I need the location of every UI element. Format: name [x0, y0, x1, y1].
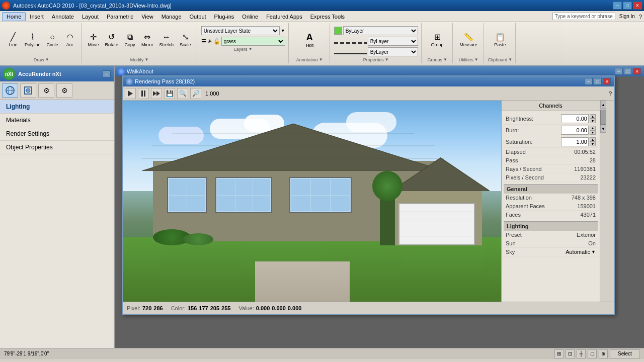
- menu-featured-apps[interactable]: Featured Apps: [262, 13, 306, 21]
- render-help-button[interactable]: ?: [609, 90, 612, 97]
- layers-group-label[interactable]: Layers: [234, 47, 248, 52]
- draw-group-label[interactable]: Draw: [34, 57, 44, 62]
- menu-layout[interactable]: Layout: [78, 13, 103, 21]
- walkabout-minimize[interactable]: ─: [615, 68, 623, 75]
- burn-input[interactable]: [561, 126, 589, 135]
- nav-materials[interactable]: Materials: [0, 114, 114, 127]
- group-button[interactable]: ⊞ Group: [429, 32, 446, 49]
- modify-copy-button[interactable]: ⧉ Copy: [122, 32, 138, 49]
- saturation-up[interactable]: ▲: [590, 137, 596, 142]
- status-snap-icon[interactable]: ⊡: [566, 349, 575, 358]
- burn-down[interactable]: ▼: [590, 130, 596, 135]
- menu-express-tools[interactable]: Express Tools: [306, 13, 349, 21]
- render-zoom-in-button[interactable]: 🔍: [177, 88, 188, 99]
- modify-group-label[interactable]: Modify: [130, 57, 144, 62]
- status-osnap-icon[interactable]: ⊕: [599, 349, 608, 358]
- render-close[interactable]: ✕: [603, 78, 611, 85]
- properties-group-label[interactable]: Properties: [363, 57, 384, 62]
- measure-button[interactable]: 📏 Measure: [457, 32, 480, 49]
- brightness-up[interactable]: ▲: [590, 114, 596, 119]
- layer-lock-icon[interactable]: 🔓: [213, 38, 220, 45]
- accurender-icon3[interactable]: ⚙: [38, 83, 54, 98]
- right-scrollbar[interactable]: ▲ ▼: [600, 101, 607, 302]
- render-maximize[interactable]: □: [594, 78, 602, 85]
- burn-up[interactable]: ▲: [590, 126, 596, 130]
- draw-polyline-button[interactable]: ⌇ Polyline: [22, 32, 43, 49]
- menu-home[interactable]: Home: [2, 12, 26, 21]
- color-dropdown[interactable]: ByLayer: [343, 26, 418, 35]
- groups-group-label[interactable]: Groups: [427, 57, 442, 62]
- draw-arc-button[interactable]: ◠ Arc: [62, 32, 78, 49]
- menu-annotate[interactable]: Annotate: [48, 13, 78, 21]
- scroll-down-button[interactable]: ▼: [600, 125, 606, 133]
- nav-render-settings[interactable]: Render Settings: [0, 127, 114, 141]
- clipboard-group-arrow[interactable]: ▼: [508, 57, 512, 62]
- accurender-minimize[interactable]: ─: [103, 70, 111, 77]
- modify-move-button[interactable]: ✛ Move: [86, 32, 102, 49]
- brightness-down[interactable]: ▼: [590, 119, 596, 123]
- accurender-icon1[interactable]: [2, 83, 18, 98]
- layers-group-arrow[interactable]: ▼: [249, 47, 253, 51]
- render-step-button[interactable]: [151, 88, 162, 99]
- channels-header[interactable]: Channels: [502, 101, 600, 111]
- walkabout-close[interactable]: ✕: [633, 68, 641, 75]
- properties-group-arrow[interactable]: ▼: [385, 57, 389, 62]
- draw-line-button[interactable]: ╱ Line: [5, 32, 21, 49]
- render-zoom-out-button[interactable]: 🔎: [190, 88, 201, 99]
- layer-select-dropdown[interactable]: grass: [221, 37, 285, 46]
- annotation-group-arrow[interactable]: ▼: [319, 57, 323, 62]
- draw-group-arrow[interactable]: ▼: [45, 57, 49, 62]
- text-button[interactable]: A Text: [301, 31, 317, 49]
- accurender-icon2[interactable]: [20, 83, 36, 98]
- render-play-button[interactable]: [125, 88, 136, 99]
- saturation-down[interactable]: ▼: [590, 142, 596, 146]
- render-minimize[interactable]: ─: [585, 78, 593, 85]
- menu-output[interactable]: Output: [186, 13, 210, 21]
- search-box[interactable]: Type a keyword or phrase: [552, 13, 615, 20]
- lineweight-dropdown[interactable]: ByLayer: [368, 47, 418, 56]
- render-pause-button[interactable]: [138, 88, 149, 99]
- select-button[interactable]: Select: [610, 349, 640, 358]
- groups-group-arrow[interactable]: ▼: [443, 57, 447, 62]
- scroll-up-button[interactable]: ▲: [600, 101, 606, 109]
- menu-view[interactable]: View: [137, 13, 157, 21]
- modify-rotate-button[interactable]: ↺ Rotate: [103, 32, 121, 49]
- walkabout-maximize[interactable]: □: [624, 68, 632, 75]
- status-grid-icon[interactable]: ⊞: [554, 349, 564, 358]
- saturation-input[interactable]: [561, 137, 589, 146]
- sign-in-link[interactable]: Sign In: [619, 14, 635, 19]
- utilities-group-arrow[interactable]: ▼: [474, 57, 478, 62]
- nav-lighting[interactable]: Lighting: [0, 100, 114, 114]
- menu-parametric[interactable]: Parametric: [103, 13, 137, 21]
- layer-visible-icon[interactable]: ☀: [207, 38, 212, 45]
- menu-insert[interactable]: Insert: [26, 13, 48, 21]
- draw-circle-button[interactable]: ○ Circle: [44, 32, 61, 49]
- render-save-button[interactable]: 💾: [164, 88, 175, 99]
- layer-state-dropdown[interactable]: Unsaved Layer State: [201, 26, 280, 35]
- status-polar-icon[interactable]: ◌: [588, 349, 597, 358]
- modify-scale-button[interactable]: ⤡ Scale: [177, 32, 194, 49]
- scroll-thumb[interactable]: [600, 110, 606, 125]
- modify-mirror-button[interactable]: ⇔ Mirror: [139, 32, 156, 49]
- status-ortho-icon[interactable]: ┼: [577, 349, 586, 358]
- maximize-button[interactable]: □: [623, 2, 632, 10]
- sky-dropdown-arrow[interactable]: ▼: [591, 249, 596, 254]
- clipboard-group-label[interactable]: Clipboard: [488, 57, 508, 62]
- utilities-group-label[interactable]: Utilities: [459, 57, 473, 62]
- close-button[interactable]: ✕: [633, 2, 642, 10]
- linetype-dropdown[interactable]: ByLayer: [368, 37, 418, 46]
- menu-manage[interactable]: Manage: [157, 13, 186, 21]
- brightness-input[interactable]: [561, 114, 589, 123]
- modify-group-arrow[interactable]: ▼: [144, 57, 148, 62]
- menu-plugins[interactable]: Plug-ins: [210, 13, 238, 21]
- layer-state-expand[interactable]: ▼: [281, 28, 285, 33]
- modify-stretch-button[interactable]: ↔ Stretch: [157, 32, 177, 49]
- annotation-group-label[interactable]: Annotation: [296, 57, 318, 62]
- accurender-icon4[interactable]: ⚙: [56, 83, 72, 98]
- menu-online[interactable]: Online: [238, 13, 262, 21]
- minimize-button[interactable]: ─: [613, 2, 622, 10]
- nav-object-properties[interactable]: Object Properties: [0, 141, 114, 154]
- help-button[interactable]: ?: [639, 14, 642, 20]
- paste-button[interactable]: 📋 Paste: [492, 32, 508, 49]
- layer-icon[interactable]: ☰: [201, 38, 206, 45]
